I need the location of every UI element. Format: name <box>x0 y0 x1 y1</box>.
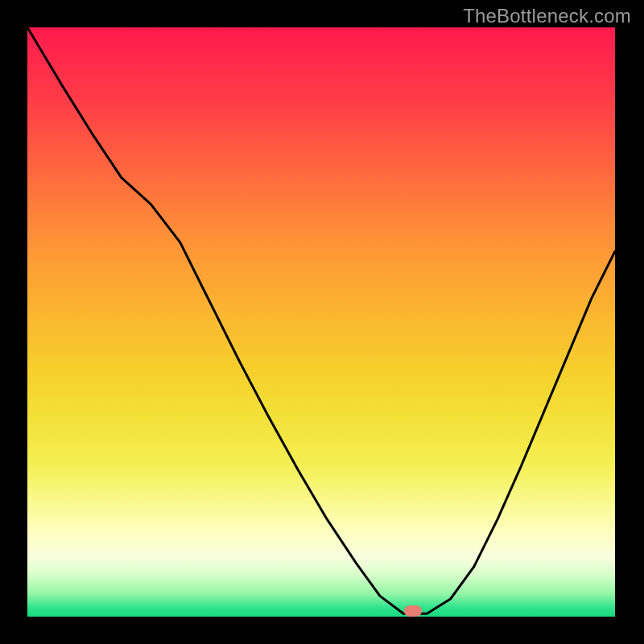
chart-frame: TheBottleneck.com <box>0 0 644 644</box>
watermark-text: TheBottleneck.com <box>463 5 631 27</box>
bottleneck-curve <box>27 27 615 617</box>
current-point-marker <box>404 605 422 617</box>
